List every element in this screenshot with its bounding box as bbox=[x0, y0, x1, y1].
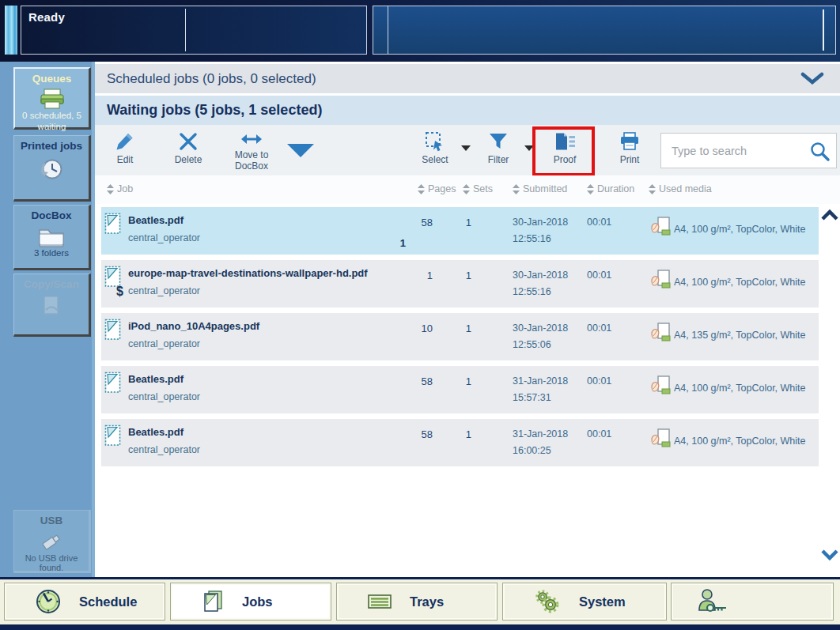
job-position: 1 bbox=[373, 237, 406, 249]
edit-button[interactable]: Edit bbox=[103, 130, 147, 172]
jobs-table-header: Job Pages Sets Submitted Duration Used m… bbox=[95, 175, 840, 204]
usb-drive-icon bbox=[14, 530, 89, 553]
job-submitted-date: 31-Jan-2018 bbox=[513, 375, 568, 387]
column-header-pages[interactable]: Pages bbox=[418, 183, 456, 194]
print-label: Print bbox=[620, 155, 640, 166]
move-to-docbox-button[interactable]: Move to DocBox bbox=[228, 130, 275, 172]
table-row[interactable]: Beatles.pdf central_operator 58 1 31-Jan… bbox=[101, 366, 819, 413]
job-name: Beatles.pdf bbox=[128, 214, 184, 226]
jobs-toolbar: Edit Delete Move to DocB bbox=[95, 125, 840, 175]
column-header-duration[interactable]: Duration bbox=[587, 183, 634, 194]
delete-label: Delete bbox=[175, 155, 202, 166]
tab-system[interactable]: System bbox=[502, 583, 667, 621]
trays-icon bbox=[367, 592, 392, 611]
sidebar-item-queues[interactable]: Queues 0 scheduled, 5 waiting bbox=[13, 67, 91, 130]
select-label: Select bbox=[422, 155, 448, 166]
job-pages: 58 bbox=[399, 375, 433, 387]
docbox-status: 3 folders bbox=[14, 248, 89, 258]
column-header-sets[interactable]: Sets bbox=[463, 183, 493, 194]
job-media: A4, 135 g/m², TopColor, White bbox=[674, 330, 806, 341]
system-gears-icon bbox=[533, 589, 562, 614]
job-sets: 1 bbox=[445, 323, 471, 334]
sort-icon bbox=[107, 184, 114, 194]
job-pages: 10 bbox=[399, 323, 433, 334]
delete-x-icon bbox=[178, 130, 199, 153]
job-submitted-time: 12:55:16 bbox=[513, 286, 551, 297]
history-clock-icon bbox=[14, 155, 89, 185]
sort-icon bbox=[649, 184, 656, 194]
job-sets: 1 bbox=[445, 375, 471, 387]
select-dropdown-caret-icon[interactable] bbox=[461, 145, 471, 151]
job-media: A4, 100 g/m², TopColor, White bbox=[674, 277, 806, 288]
job-owner: central_operator bbox=[128, 338, 200, 349]
tab-schedule[interactable]: Schedule bbox=[4, 583, 165, 621]
select-button[interactable]: Select bbox=[411, 130, 459, 172]
column-header-used-media[interactable]: Used media bbox=[649, 183, 712, 194]
search-icon[interactable] bbox=[808, 141, 831, 166]
printed-jobs-label: Printed jobs bbox=[14, 140, 89, 152]
jobs-panel: Scheduled jobs (0 jobs, 0 selected) Wait… bbox=[95, 62, 840, 579]
sort-icon bbox=[463, 184, 470, 194]
schedule-panel-marker bbox=[823, 9, 824, 51]
job-owner: central_operator bbox=[128, 444, 200, 455]
jobs-documents-icon bbox=[201, 589, 225, 614]
tab-jobs[interactable]: Jobs bbox=[170, 583, 331, 621]
filter-dropdown-caret-icon[interactable] bbox=[524, 145, 534, 151]
job-submitted-date: 30-Jan-2018 bbox=[513, 217, 568, 228]
chevron-down-icon[interactable] bbox=[800, 72, 825, 89]
job-submitted-time: 12:55:06 bbox=[513, 339, 551, 350]
job-media: A4, 100 g/m², TopColor, White bbox=[674, 436, 806, 447]
filter-funnel-icon bbox=[488, 130, 509, 153]
edit-label: Edit bbox=[117, 155, 134, 166]
move-arrows-icon bbox=[240, 130, 263, 149]
scheduled-jobs-title: Scheduled jobs (0 jobs, 0 selected) bbox=[107, 71, 316, 87]
job-name: Beatles.pdf bbox=[128, 373, 184, 385]
schedule-preview-panel bbox=[373, 6, 836, 55]
column-header-submitted[interactable]: Submitted bbox=[513, 183, 567, 194]
copy-scan-label: Copy/Scan bbox=[14, 278, 89, 290]
status-bar: Ready bbox=[0, 0, 840, 62]
scroll-up-icon[interactable] bbox=[819, 209, 840, 224]
job-media: A4, 100 g/m², TopColor, White bbox=[674, 383, 806, 394]
schedule-clock-icon bbox=[35, 588, 62, 615]
usb-status: No USB drive found. bbox=[14, 553, 89, 572]
print-button[interactable]: Print bbox=[607, 130, 652, 172]
sort-icon bbox=[587, 184, 594, 194]
filter-button[interactable]: Filter bbox=[475, 130, 522, 172]
queues-status: 0 scheduled, 5 waiting bbox=[15, 110, 89, 133]
delete-button[interactable]: Delete bbox=[166, 130, 210, 172]
proof-label: Proof bbox=[554, 155, 577, 166]
tab-trays-label: Trays bbox=[410, 594, 444, 609]
scroll-down-icon[interactable] bbox=[819, 549, 840, 564]
waiting-jobs-header[interactable]: Waiting jobs (5 jobs, 1 selected) bbox=[95, 96, 840, 125]
job-name: Beatles.pdf bbox=[128, 426, 184, 438]
job-submitted-time: 15:57:31 bbox=[513, 392, 551, 403]
job-submitted-time: 12:55:16 bbox=[513, 233, 551, 244]
job-sets: 1 bbox=[445, 217, 471, 228]
scheduled-jobs-header[interactable]: Scheduled jobs (0 jobs, 0 selected) bbox=[95, 64, 840, 93]
status-panel-divider bbox=[185, 9, 186, 51]
select-marquee-icon bbox=[425, 130, 445, 153]
job-duration: 00:01 bbox=[587, 375, 611, 387]
job-document-icon bbox=[104, 213, 122, 238]
more-actions-caret-icon[interactable] bbox=[287, 144, 314, 157]
job-owner: central_operator bbox=[128, 285, 200, 296]
job-submitted-date: 30-Jan-2018 bbox=[513, 270, 568, 281]
table-row[interactable]: Beatles.pdf central_operator 58 1 1 30-J… bbox=[101, 207, 819, 255]
queues-label: Queues bbox=[15, 73, 89, 85]
table-row[interactable]: $ europe-map-travel-destinations-wallpap… bbox=[101, 260, 819, 307]
printer-status-text: Ready bbox=[28, 10, 65, 24]
status-accent-stripe bbox=[5, 6, 17, 55]
column-header-job[interactable]: Job bbox=[107, 183, 133, 194]
sidebar-item-copy-scan: Copy/Scan bbox=[13, 274, 91, 337]
job-document-icon bbox=[104, 319, 122, 344]
proof-button[interactable]: Proof bbox=[539, 130, 590, 172]
table-row[interactable]: iPod_nano_10A4pages.pdf central_operator… bbox=[101, 313, 819, 360]
tab-system-label: System bbox=[579, 594, 626, 609]
sidebar-item-docbox[interactable]: DocBox 3 folders bbox=[13, 205, 91, 270]
tab-trays[interactable]: Trays bbox=[336, 583, 498, 621]
media-icon bbox=[650, 375, 672, 399]
tab-operator-login[interactable] bbox=[671, 583, 834, 621]
sidebar-item-printed-jobs[interactable]: Printed jobs bbox=[13, 135, 91, 202]
table-row[interactable]: Beatles.pdf central_operator 58 1 31-Jan… bbox=[101, 419, 819, 466]
